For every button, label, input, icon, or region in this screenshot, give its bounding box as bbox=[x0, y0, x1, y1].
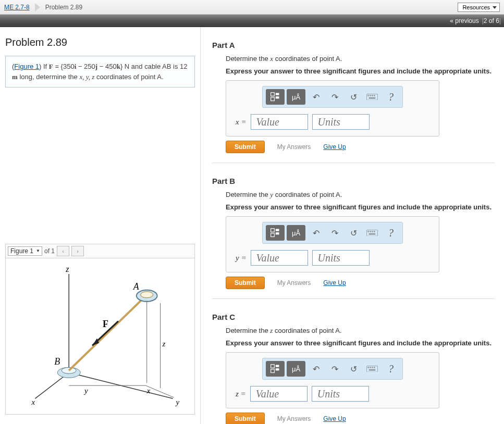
answer-toolbar: μÅ ↶ ↷ ↺ ? bbox=[262, 358, 403, 380]
give-up-link[interactable]: Give Up bbox=[323, 279, 346, 286]
svg-rect-19 bbox=[367, 95, 368, 96]
svg-rect-31 bbox=[372, 231, 373, 232]
axis-x-label: x bbox=[31, 398, 35, 406]
point-a-label: A bbox=[133, 281, 140, 292]
svg-line-5 bbox=[69, 299, 143, 371]
figure-count: of 1 bbox=[44, 247, 55, 255]
dim-x-label: x bbox=[146, 386, 151, 395]
units-button[interactable]: μÅ bbox=[287, 89, 305, 105]
svg-rect-35 bbox=[276, 365, 279, 367]
units-input[interactable] bbox=[312, 386, 369, 402]
part-label: Part C bbox=[212, 313, 495, 321]
part-instruction: Determine the y coordinates of point A. bbox=[226, 191, 495, 199]
figure-controls: Figure 1 of 1 ‹ › bbox=[5, 244, 195, 258]
svg-rect-43 bbox=[369, 369, 376, 370]
svg-rect-40 bbox=[370, 367, 371, 368]
part-instruction: Determine the x coordinates of point A. bbox=[226, 55, 495, 63]
undo-icon[interactable]: ↶ bbox=[308, 361, 324, 377]
templates-button[interactable] bbox=[266, 225, 285, 241]
value-input[interactable] bbox=[251, 114, 308, 130]
svg-rect-24 bbox=[271, 229, 275, 232]
help-icon[interactable]: ? bbox=[383, 225, 399, 241]
svg-rect-37 bbox=[271, 369, 275, 373]
give-up-link[interactable]: Give Up bbox=[323, 143, 346, 151]
templates-icon bbox=[270, 364, 280, 374]
value-input[interactable] bbox=[251, 250, 308, 266]
breadcrumb-current: Problem 2.89 bbox=[45, 4, 82, 11]
svg-rect-22 bbox=[374, 95, 375, 96]
nav-divider-end: | bbox=[499, 17, 501, 24]
reset-icon[interactable]: ↺ bbox=[345, 361, 362, 377]
svg-rect-34 bbox=[271, 365, 275, 368]
keyboard-icon[interactable] bbox=[364, 361, 380, 377]
figure-select[interactable]: Figure 1 bbox=[8, 246, 42, 256]
templates-button[interactable] bbox=[266, 89, 285, 105]
part-divider bbox=[212, 163, 495, 163]
figure-link[interactable]: Figure 1 bbox=[14, 63, 39, 70]
svg-rect-30 bbox=[370, 231, 371, 232]
units-button[interactable]: μÅ bbox=[287, 225, 305, 241]
templates-icon bbox=[270, 228, 280, 238]
variable-label: z = bbox=[236, 390, 246, 398]
problem-title: Problem 2.89 bbox=[5, 36, 195, 48]
templates-icon bbox=[270, 92, 280, 102]
figure-next-button[interactable]: › bbox=[71, 246, 84, 256]
redo-icon[interactable]: ↷ bbox=[326, 89, 343, 105]
undo-icon[interactable]: ↶ bbox=[308, 89, 324, 105]
svg-rect-25 bbox=[276, 229, 279, 231]
my-answers-link[interactable]: My Answers bbox=[277, 279, 311, 286]
units-button[interactable]: μÅ bbox=[287, 361, 305, 377]
svg-rect-16 bbox=[276, 96, 279, 98]
units-input[interactable] bbox=[312, 114, 370, 130]
breadcrumb-bar: ME 2.7-8 Problem 2.89 Resources bbox=[0, 0, 504, 15]
force-label: F bbox=[103, 319, 108, 329]
submit-button[interactable]: Submit bbox=[226, 413, 265, 424]
reset-icon[interactable]: ↺ bbox=[345, 225, 362, 241]
help-icon[interactable]: ? bbox=[383, 361, 399, 377]
svg-rect-18 bbox=[366, 94, 377, 100]
answer-box: μÅ ↶ ↷ ↺ ? y = bbox=[226, 216, 439, 272]
redo-icon[interactable]: ↷ bbox=[326, 361, 343, 377]
help-icon[interactable]: ? bbox=[383, 89, 399, 105]
redo-icon[interactable]: ↷ bbox=[326, 225, 343, 241]
problem-statement: (Figure 1) If F = {350i − 250j − 450k} N… bbox=[5, 56, 195, 88]
my-answers-link[interactable]: My Answers bbox=[277, 143, 311, 151]
my-answers-link[interactable]: My Answers bbox=[277, 415, 311, 422]
templates-button[interactable] bbox=[266, 361, 285, 377]
axis-y-label: y bbox=[175, 398, 180, 406]
resources-dropdown[interactable]: Resources bbox=[458, 3, 500, 12]
svg-rect-17 bbox=[271, 97, 275, 101]
part-instruction: Determine the z coordinates of point A. bbox=[226, 327, 495, 335]
svg-point-7 bbox=[141, 292, 153, 298]
undo-icon[interactable]: ↶ bbox=[308, 225, 324, 241]
dim-z-label: z bbox=[162, 340, 166, 348]
give-up-link[interactable]: Give Up bbox=[323, 415, 346, 422]
course-link[interactable]: ME 2.7-8 bbox=[4, 4, 30, 11]
svg-rect-26 bbox=[276, 232, 279, 234]
prev-problem-link[interactable]: « previous bbox=[450, 17, 478, 24]
svg-rect-27 bbox=[271, 233, 275, 237]
keyboard-icon[interactable] bbox=[364, 89, 380, 105]
figure-canvas: z A B F x y z x y bbox=[5, 258, 195, 415]
keyboard-icon[interactable] bbox=[364, 225, 380, 241]
answer-box: μÅ ↶ ↷ ↺ ? x = bbox=[226, 80, 439, 136]
svg-rect-36 bbox=[276, 368, 279, 370]
part-block: Part A Determine the x coordinates of po… bbox=[212, 41, 495, 163]
dim-y-label: y bbox=[83, 386, 88, 395]
reset-icon[interactable]: ↺ bbox=[345, 89, 362, 105]
answer-box: μÅ ↶ ↷ ↺ ? z = bbox=[226, 352, 439, 408]
svg-point-4 bbox=[62, 367, 76, 373]
submit-button[interactable]: Submit bbox=[226, 277, 265, 289]
part-divider bbox=[212, 298, 495, 299]
svg-rect-39 bbox=[367, 367, 368, 368]
figure-prev-button[interactable]: ‹ bbox=[57, 246, 69, 256]
svg-rect-42 bbox=[374, 367, 375, 368]
problem-nav-bar: « previous | 2 of 6 | bbox=[0, 15, 504, 27]
svg-rect-23 bbox=[369, 97, 376, 98]
part-label: Part A bbox=[212, 41, 495, 49]
units-input[interactable] bbox=[312, 250, 370, 266]
chevron-right-icon bbox=[35, 3, 40, 11]
variable-label: x = bbox=[236, 118, 247, 127]
submit-button[interactable]: Submit bbox=[226, 141, 265, 153]
value-input[interactable] bbox=[250, 386, 308, 402]
